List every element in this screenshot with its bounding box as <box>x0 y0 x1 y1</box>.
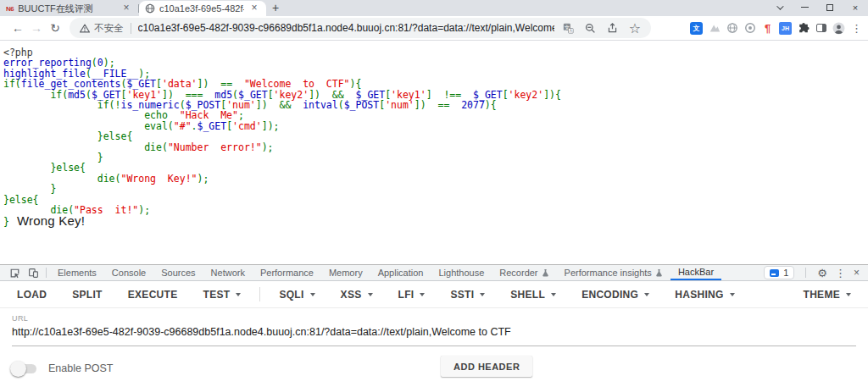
hackbar-menu-split[interactable]: SPLIT <box>72 289 103 301</box>
devtools-tab-label: Memory <box>329 268 363 278</box>
hackbar-menu-test[interactable]: TEST <box>203 289 242 301</box>
back-icon[interactable]: ← <box>8 21 27 35</box>
hackbar-menu-load[interactable]: LOAD <box>17 289 47 301</box>
tab-challenge[interactable]: c10a1e3f-69e5-482f-9039-c96 × <box>139 1 266 16</box>
profile-avatar[interactable] <box>832 22 845 35</box>
devtools-tab-application[interactable]: Application <box>370 265 431 280</box>
extensions-area: 文 ¶ JH ⋮ <box>690 22 863 35</box>
address-bar[interactable]: 不安全 c10a1e3f-69e5-482f-9039-c96689db5f1a… <box>70 18 651 38</box>
devtools-right-actions: 1 ⚙ ⋮ × <box>764 266 863 279</box>
omnibox-divider <box>131 23 131 34</box>
devtools-tab-performance[interactable]: Performance <box>253 265 321 280</box>
tab-buuctf[interactable]: N6 BUUCTF在线评测 × <box>0 1 138 16</box>
chevron-down-icon <box>730 293 735 296</box>
devtools-tab-network[interactable]: Network <box>203 265 253 280</box>
devtools-tab-console[interactable]: Console <box>104 265 153 280</box>
hackbar-menu-xss[interactable]: XSS <box>341 289 373 301</box>
inspect-element-icon[interactable] <box>8 266 21 279</box>
translate-icon[interactable]: 文A <box>563 23 574 34</box>
tab-close-icon[interactable]: × <box>248 3 260 14</box>
enable-post-toggle[interactable] <box>10 363 38 374</box>
window-maximize-button[interactable] <box>817 0 843 14</box>
circle-extension-icon[interactable] <box>743 22 756 35</box>
window-menu-chevron-icon[interactable] <box>766 0 792 14</box>
devtools-tab-sources[interactable]: Sources <box>153 265 203 280</box>
hackbar-menu-ssti[interactable]: SSTI <box>450 289 485 301</box>
browser-menu-dots-icon[interactable]: ⋮ <box>850 22 863 35</box>
hackbar-menu-hashing[interactable]: HASHING <box>675 289 734 301</box>
translate-extension-icon[interactable]: 文 <box>690 22 703 35</box>
device-toolbar-icon[interactable] <box>26 266 40 279</box>
menu-label: SPLIT <box>72 289 103 301</box>
hackbar-menu-divider <box>259 287 260 301</box>
devtools-tab-elements[interactable]: Elements <box>50 265 104 280</box>
result-text: Wrong Key! <box>17 213 85 228</box>
enable-post-label: Enable POST <box>48 362 113 374</box>
devtools-settings-gear-icon[interactable]: ⚙ <box>817 267 827 279</box>
pilcrow-extension-icon[interactable]: ¶ <box>761 22 774 35</box>
menu-label: THEME <box>804 289 841 301</box>
devtools-tab-lighthouse[interactable]: Lighthouse <box>431 265 492 280</box>
code-line: die("Pass it!"); <box>3 205 868 215</box>
jh-extension-icon[interactable]: JH <box>779 22 792 35</box>
window-close-button[interactable]: × <box>843 0 868 14</box>
tab-title: c10a1e3f-69e5-482f-9039-c96 <box>159 3 244 14</box>
tab-close-icon[interactable]: × <box>120 3 132 14</box>
devtools-tab-performance-insights[interactable]: Performance insights <box>557 265 670 280</box>
hackbar-menu-lfi[interactable]: LFI <box>398 289 426 301</box>
menu-label: SQLI <box>279 289 303 301</box>
forward-icon[interactable]: → <box>27 21 46 35</box>
hackbar-theme-menu[interactable]: THEME <box>804 289 852 301</box>
menu-label: LOAD <box>17 289 47 301</box>
window-minimize-button[interactable] <box>792 0 817 14</box>
chevron-down-icon <box>551 293 556 296</box>
buuctf-favicon-icon: N6 <box>6 5 14 13</box>
console-message-badge[interactable]: 1 <box>764 266 794 279</box>
chevron-down-icon <box>420 293 425 296</box>
url-text[interactable]: c10a1e3f-69e5-482f-9039-c96689db5f1a.nod… <box>138 22 554 34</box>
devtools-close-icon[interactable]: × <box>854 267 860 279</box>
page-content: <?phperror_reporting(0);highlight_file(_… <box>0 41 868 264</box>
devtools-divider <box>46 268 47 278</box>
globe-extension-icon[interactable] <box>726 22 738 35</box>
devtools-tab-label: Application <box>378 268 424 278</box>
security-label: 不安全 <box>94 22 124 35</box>
menu-label: LFI <box>398 289 415 301</box>
chevron-down-icon <box>644 293 649 296</box>
add-header-button[interactable]: ADD HEADER <box>441 356 532 377</box>
hackbar-bottom-row: Enable POST ADD HEADER <box>0 350 868 387</box>
zoom-icon[interactable] <box>585 23 596 34</box>
menu-label: SSTI <box>450 289 474 301</box>
bookmark-star-icon[interactable]: ☆ <box>629 20 641 36</box>
hackbar-menu-encoding[interactable]: ENCODING <box>581 289 649 301</box>
code-line: } <box>3 184 868 194</box>
menu-label: EXECUTE <box>128 289 178 301</box>
devtools-tab-label: HackBar <box>678 267 714 277</box>
not-secure-warning-icon <box>80 24 90 33</box>
chevron-down-icon <box>480 293 485 296</box>
devtools-menu-dots-icon[interactable]: ⋮ <box>835 267 846 279</box>
hackbar-url-input[interactable]: http://c10a1e3f-69e5-482f-9039-c96689db5… <box>12 323 856 346</box>
devtools-tab-memory[interactable]: Memory <box>321 265 370 280</box>
devtools-tab-recorder[interactable]: Recorder <box>492 265 556 280</box>
new-tab-button[interactable]: + <box>266 1 285 16</box>
window-controls: × <box>766 0 868 14</box>
menu-label: HASHING <box>675 289 723 301</box>
omnibox-actions: 文A ☆ <box>563 20 641 36</box>
hackbar-menu-sqli[interactable]: SQLI <box>279 289 314 301</box>
devtools-tab-label: Lighthouse <box>438 268 484 278</box>
devtools-tab-label: Sources <box>161 268 195 278</box>
devtools-tab-label: Performance <box>260 268 314 278</box>
mountain-extension-icon[interactable] <box>708 22 721 35</box>
hackbar-menu-execute[interactable]: EXECUTE <box>128 289 178 301</box>
refresh-icon[interactable]: ↻ <box>46 21 64 35</box>
menu-label: TEST <box>203 289 231 301</box>
hackbar-menu-shell[interactable]: SHELL <box>510 289 556 301</box>
devtools-tab-hackbar[interactable]: HackBar <box>670 265 721 280</box>
share-icon[interactable] <box>607 23 618 34</box>
extensions-puzzle-icon[interactable] <box>797 22 810 35</box>
sidebar-icon[interactable] <box>815 22 827 35</box>
code-line: }Wrong Key! <box>3 216 868 227</box>
globe-favicon-icon <box>145 3 155 14</box>
code-line: die("Number error!"); <box>3 142 868 152</box>
